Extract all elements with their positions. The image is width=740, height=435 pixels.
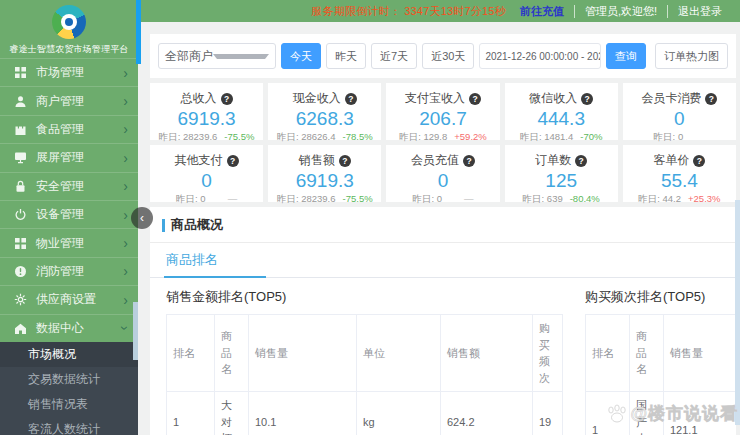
panel-title: 商品概况 bbox=[171, 216, 223, 234]
sidebar-item-food[interactable]: 食品管理 › bbox=[0, 115, 138, 143]
chevron-right-icon: › bbox=[123, 151, 128, 165]
cell-frequency: 19 bbox=[533, 392, 563, 435]
stat-title: 其他支付 bbox=[175, 152, 223, 169]
stat-yesterday: 昨日: 44.2+25.3% bbox=[625, 193, 734, 206]
cell-product: 大对虾 bbox=[215, 392, 249, 435]
table-header-row: 排名 商品名 销售量 单位 销售额 购买频次 bbox=[586, 315, 737, 392]
cell-qty: 10.1 bbox=[249, 392, 357, 435]
stat-yesterday: 昨日: 0— bbox=[152, 193, 261, 206]
main-scrollbar-thumb[interactable] bbox=[735, 200, 740, 425]
question-icon[interactable]: ? bbox=[339, 155, 351, 167]
purchase-frequency-ranking-table: 购买频次排名(TOP5) 排名 商品名 销售量 单位 销售额 购买频次 bbox=[585, 288, 736, 435]
question-icon[interactable]: ? bbox=[469, 93, 481, 105]
table-title: 销售金额排名(TOP5) bbox=[166, 288, 563, 306]
cell-product: 国产水果 bbox=[630, 392, 664, 435]
stat-value: 6919.3 bbox=[270, 170, 379, 192]
table-row: 1 国产水果 121.1 斤 147.8 32 bbox=[586, 392, 737, 435]
recharge-link[interactable]: 前往充值 bbox=[520, 4, 564, 19]
stat-value: 444.3 bbox=[507, 108, 616, 130]
col-qty: 销售量 bbox=[664, 315, 737, 392]
range-today-button[interactable]: 今天 bbox=[281, 43, 321, 69]
stat-card-member-recharge: 会员充值? 0 昨日: 0— bbox=[386, 145, 499, 202]
stat-title: 销售额 bbox=[299, 152, 335, 169]
admin-welcome[interactable]: 管理员,欢迎您! bbox=[585, 4, 657, 19]
chevron-right-icon: › bbox=[123, 179, 128, 193]
topbar-divider bbox=[667, 5, 668, 18]
stat-change: -75.5% bbox=[224, 131, 254, 142]
stat-change: -75.5% bbox=[343, 193, 373, 204]
stat-card-sales-amount: 销售额? 6919.3 昨日: 28239.6-75.5% bbox=[268, 145, 381, 202]
question-icon[interactable]: ? bbox=[581, 93, 593, 105]
stat-yesterday: 昨日: 28239.6-75.5% bbox=[270, 193, 379, 206]
sidebar-item-label: 消防管理 bbox=[36, 263, 123, 280]
question-icon[interactable]: ? bbox=[345, 93, 357, 105]
sidebar-edge-highlight bbox=[136, 0, 141, 64]
sidebar-item-property[interactable]: 物业管理 › bbox=[0, 228, 138, 256]
question-icon[interactable]: ? bbox=[575, 155, 587, 167]
question-icon[interactable]: ? bbox=[227, 155, 239, 167]
chevron-down-icon: › bbox=[123, 321, 128, 335]
ranking-tables: 销售金额排名(TOP5) 排名 商品名 销售量 单位 销售额 购买频次 bbox=[150, 278, 736, 435]
stat-value: 125 bbox=[507, 170, 616, 192]
stat-yesterday: 昨日: 28626.4-78.5% bbox=[270, 131, 379, 144]
sidebar-item-device[interactable]: 设备管理 › bbox=[0, 200, 138, 228]
question-icon[interactable]: ? bbox=[705, 93, 717, 105]
stat-change: — bbox=[228, 193, 238, 204]
range-7days-button[interactable]: 近7天 bbox=[371, 43, 417, 69]
date-range-input[interactable]: 2021-12-26 00:00:00 - 2021-12-26 23:59:5… bbox=[479, 43, 601, 69]
stat-card-avg-order-value: 客单价? 55.4 昨日: 44.2+25.3% bbox=[623, 145, 736, 202]
lock-icon bbox=[14, 180, 27, 193]
topbar: 服务期限倒计时： 3347天13时7分15秒 前往充值 管理员,欢迎您! 退出登… bbox=[138, 0, 740, 22]
stat-change: — bbox=[464, 193, 474, 204]
cell-qty: 121.1 bbox=[664, 392, 737, 435]
logout-button[interactable]: 退出登录 bbox=[678, 4, 722, 19]
table-row: 1 大对虾 10.1 kg 624.2 19 bbox=[167, 392, 563, 435]
sidebar-item-screen[interactable]: 展屏管理 › bbox=[0, 143, 138, 171]
stat-title: 客单价 bbox=[653, 152, 689, 169]
user-icon bbox=[14, 95, 27, 108]
sidebar-item-label: 供应商设置 bbox=[36, 291, 123, 308]
range-yesterday-button[interactable]: 昨天 bbox=[326, 43, 366, 69]
question-icon[interactable]: ? bbox=[463, 155, 475, 167]
chevron-right-icon: › bbox=[123, 236, 128, 250]
stat-card-wechat-income: 微信收入? 444.3 昨日: 1481.4-70% bbox=[505, 83, 618, 140]
home-icon bbox=[14, 322, 27, 335]
sidebar-item-label: 食品管理 bbox=[36, 121, 123, 138]
submenu-item-market-overview[interactable]: 市场概况 bbox=[0, 342, 138, 367]
submenu-item-sales-report[interactable]: 销售情况表 bbox=[0, 392, 138, 417]
tab-product-ranking[interactable]: 商品排名 bbox=[164, 243, 266, 278]
stat-value: 0 bbox=[152, 170, 261, 192]
sidebar-submenu: 市场概况 交易数据统计 销售情况表 客流人数统计 bbox=[0, 342, 138, 435]
question-icon[interactable]: ? bbox=[693, 155, 705, 167]
chevron-right-icon: › bbox=[123, 66, 128, 80]
stat-change: -78.5% bbox=[343, 131, 373, 142]
question-icon[interactable]: ? bbox=[221, 93, 233, 105]
stat-title: 现金收入 bbox=[293, 90, 341, 107]
submenu-item-visitor-stats[interactable]: 客流人数统计 bbox=[0, 417, 138, 435]
sidebar-item-data-center[interactable]: 数据中心 › bbox=[0, 314, 138, 342]
sidebar-item-supplier[interactable]: 供应商设置 › bbox=[0, 285, 138, 313]
sidebar-collapse-toggle[interactable]: ‹ bbox=[131, 207, 153, 229]
cell-amount: 624.2 bbox=[441, 392, 533, 435]
search-button[interactable]: 查询 bbox=[606, 43, 646, 69]
submenu-item-transaction-stats[interactable]: 交易数据统计 bbox=[0, 367, 138, 392]
package-icon bbox=[14, 123, 27, 136]
sidebar-item-label: 市场管理 bbox=[36, 64, 123, 81]
stat-yesterday: 昨日: 1481.4-70% bbox=[507, 131, 616, 144]
grid-icon bbox=[14, 66, 27, 79]
sidebar-item-market[interactable]: 市场管理 › bbox=[0, 58, 138, 86]
sidebar-item-security[interactable]: 安全管理 › bbox=[0, 172, 138, 200]
app-window: 服务期限倒计时： 3347天13时7分15秒 前往充值 管理员,欢迎您! 退出登… bbox=[0, 0, 740, 435]
stat-yesterday: 昨日: 0 bbox=[625, 131, 734, 144]
range-30days-button[interactable]: 近30天 bbox=[422, 43, 474, 69]
col-qty: 销售量 bbox=[249, 315, 357, 392]
stat-value: 55.4 bbox=[625, 170, 734, 192]
order-heatmap-button[interactable]: 订单热力图 bbox=[655, 43, 728, 69]
sidebar-item-label: 商户管理 bbox=[36, 93, 123, 110]
sidebar-menu: 市场管理 › 商户管理 › 食品管理 › 展屏管理 › 安全管理 › bbox=[0, 58, 138, 435]
sidebar-scrollbar-thumb[interactable] bbox=[133, 302, 138, 360]
sidebar-item-fire[interactable]: 消防管理 › bbox=[0, 257, 138, 285]
merchant-select[interactable]: 全部商户 bbox=[158, 43, 276, 69]
sidebar-item-merchant[interactable]: 商户管理 › bbox=[0, 86, 138, 114]
topbar-divider bbox=[574, 5, 575, 18]
